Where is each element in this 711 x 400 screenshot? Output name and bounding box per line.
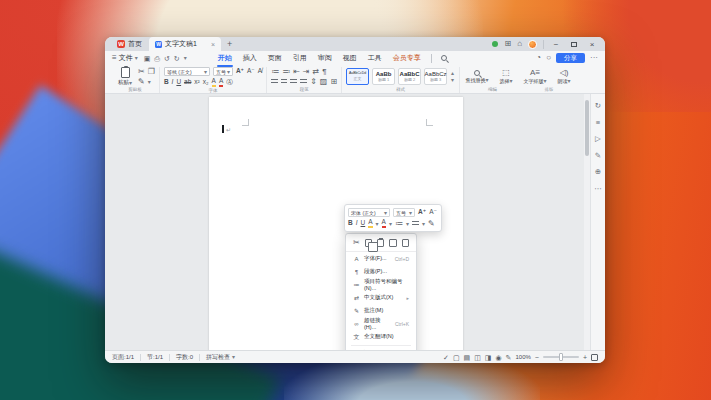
settings-icon[interactable]: ⊕ — [595, 168, 601, 176]
new-tab-button[interactable]: + — [221, 37, 238, 51]
italic-icon[interactable]: I — [172, 79, 174, 86]
ctx-paste-icon[interactable] — [377, 239, 384, 247]
borders-icon[interactable]: ⊞ — [330, 78, 337, 86]
read-aloud-button[interactable]: ◁) 朗读▾ — [551, 69, 577, 84]
styles-up-icon[interactable]: ▴ — [451, 70, 454, 76]
ctx-cut-icon[interactable]: ✂ — [353, 239, 360, 247]
ctx-paste-text-icon[interactable] — [389, 239, 396, 247]
section-indicator[interactable]: 节:1/1 — [147, 353, 163, 362]
align-right-icon[interactable] — [290, 79, 297, 85]
close-button[interactable]: × — [586, 40, 598, 49]
zoom-level[interactable]: 100% — [515, 354, 530, 360]
minimize-button[interactable]: − — [550, 40, 562, 49]
workspace-icon[interactable]: ⌂ — [517, 40, 522, 48]
font-group-label[interactable]: 字体 — [164, 87, 262, 94]
sync-status-icon[interactable] — [492, 41, 498, 47]
text-layout-button[interactable]: A≡ 文字排版▾ — [522, 69, 548, 84]
print-icon[interactable]: ⎙ — [154, 55, 160, 62]
share-button[interactable]: 分享 — [556, 53, 585, 64]
mini-highlight-icon[interactable]: A — [368, 219, 372, 228]
menu-item-translate[interactable]: 文 全文翻译(N) — [346, 330, 416, 343]
user-avatar[interactable] — [528, 40, 537, 49]
menu-item-comment[interactable]: ✎ 批注(M) — [346, 304, 416, 317]
zoom-in-icon[interactable]: + — [583, 354, 587, 361]
paste-button[interactable]: 粘贴▾ — [115, 67, 135, 86]
fullscreen-icon[interactable] — [591, 354, 598, 361]
page-view-icon[interactable]: ▢ — [453, 354, 460, 361]
history-icon[interactable]: ↻ — [595, 102, 601, 110]
increase-indent-icon[interactable]: ⇥ — [303, 68, 310, 76]
search-icon[interactable] — [441, 55, 447, 61]
mini-align-icon[interactable] — [412, 221, 419, 227]
cut-icon[interactable]: ✂ — [138, 68, 145, 76]
zoom-slider-thumb[interactable] — [559, 353, 563, 361]
clear-format-icon[interactable]: A̸ — [258, 68, 262, 75]
quickbar-caret-icon[interactable]: ▾ — [184, 55, 187, 61]
format-painter-icon[interactable]: ✎ — [138, 78, 145, 86]
navigate-icon[interactable]: ▷ — [595, 135, 601, 143]
style-normal[interactable]: AaBbCcDd 正文 — [346, 68, 369, 85]
paragraph-group-label[interactable]: 段落 — [271, 86, 337, 93]
bullets-icon[interactable]: ≔ — [271, 68, 279, 76]
show-marks-icon[interactable]: ¶ — [322, 68, 326, 76]
home-tab[interactable]: W 首页 — [110, 37, 149, 51]
mini-font-name-select[interactable]: 宋体 (正文)▾ — [348, 208, 390, 217]
reading-view-icon[interactable]: ◨ — [485, 354, 492, 361]
tab-insert[interactable]: 插入 — [242, 51, 258, 65]
vertical-scrollbar[interactable] — [584, 94, 590, 350]
styles-down-icon[interactable]: ▾ — [451, 77, 454, 83]
page-indicator[interactable]: 页面:1/1 — [112, 353, 134, 362]
styles-group-label[interactable]: 样式 — [346, 86, 455, 93]
line-spacing-icon[interactable]: ⇕ — [310, 78, 317, 86]
cloud-sync-icon[interactable]: ○ — [546, 54, 551, 62]
highlight-color-icon[interactable]: A — [212, 78, 216, 87]
outline-view-icon[interactable]: ◫ — [474, 354, 481, 361]
maximize-button[interactable] — [568, 40, 580, 49]
ctx-copy-icon[interactable] — [365, 239, 372, 247]
mini-font-color-icon[interactable]: A — [382, 219, 386, 228]
shading-icon[interactable]: ▨ — [320, 78, 328, 86]
word-count[interactable]: 字数:0 — [176, 353, 193, 362]
save-icon[interactable]: ▣ — [144, 55, 151, 62]
mini-format-painter-icon[interactable]: ✎ — [428, 220, 435, 228]
sidebar-more-icon[interactable]: ⋯ — [594, 185, 602, 193]
font-name-select[interactable]: 等线 (正文)▾ — [164, 67, 210, 76]
bold-icon[interactable]: B — [164, 79, 169, 86]
style-heading3[interactable]: AaBbCz 标题 3 — [424, 68, 447, 85]
style-heading1[interactable]: AaBb 标题 1 — [372, 68, 395, 85]
close-tab-icon[interactable]: × — [211, 41, 215, 48]
undo-icon[interactable]: ↺ — [164, 55, 170, 62]
zoom-slider[interactable] — [543, 356, 579, 358]
notification-icon[interactable]: ◔ — [536, 54, 541, 62]
menu-item-cjk-layout[interactable]: ⇄ 中文版式(X) ▸ — [346, 291, 416, 304]
justify-icon[interactable] — [300, 79, 307, 85]
select-button[interactable]: ⬚ 选择▾ — [493, 69, 519, 84]
menu-item-font[interactable]: A 字体(F)... Ctrl+D — [346, 252, 416, 265]
outline-icon[interactable]: ≡ — [596, 119, 600, 127]
menu-item-paragraph[interactable]: ¶ 段落(P)... — [346, 265, 416, 278]
numbering-icon[interactable]: ≕ — [282, 68, 290, 76]
copy-icon[interactable]: ❐ — [148, 68, 155, 76]
align-center-icon[interactable] — [281, 79, 287, 85]
font-size-select[interactable]: 五号▾ — [213, 67, 233, 76]
tab-vip[interactable]: 会员专享 — [392, 51, 422, 65]
apps-grid-icon[interactable]: ⊞ — [504, 40, 511, 48]
strikethrough-icon[interactable]: ab — [184, 79, 191, 86]
web-view-icon[interactable]: ▤ — [464, 354, 471, 361]
layout-group-label[interactable]: 排版 — [544, 86, 553, 93]
more-options-icon[interactable]: ··· — [590, 54, 598, 62]
superscript-icon[interactable]: x² — [194, 79, 199, 86]
align-left-icon[interactable] — [271, 79, 278, 85]
subscript-icon[interactable]: x₂ — [203, 79, 209, 86]
document-tab[interactable]: W 文字文稿1 × — [149, 37, 221, 51]
decrease-indent-icon[interactable]: ⇤ — [293, 68, 300, 76]
annotate-pen-icon[interactable]: ✎ — [595, 152, 601, 160]
mini-grow-font-icon[interactable]: A⁺ — [418, 209, 426, 216]
mini-font-size-select[interactable]: 五号▾ — [393, 208, 415, 217]
menu-item-bullets-numbering[interactable]: ≔ 项目符号和编号(N)... — [346, 278, 416, 291]
spell-check[interactable]: 拼写检查▾ — [206, 353, 235, 362]
character-border-icon[interactable]: Ⓐ — [226, 79, 233, 86]
ctx-format-painter-icon[interactable] — [402, 239, 409, 247]
grow-font-icon[interactable]: A⁺ — [236, 68, 244, 75]
style-heading2[interactable]: AaBbC 标题 2 — [398, 68, 421, 85]
